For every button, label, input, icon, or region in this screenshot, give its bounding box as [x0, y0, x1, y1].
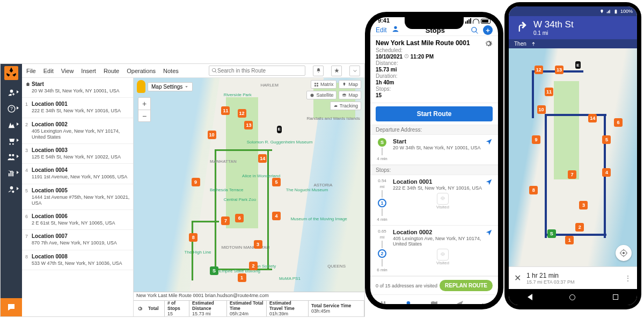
tab-more[interactable]: More [472, 295, 498, 304]
svg-point-7 [623, 252, 625, 254]
map-pin[interactable]: 12 [535, 66, 543, 74]
eta-detail: 15.7 mi ETA 03:37 PM [526, 279, 574, 285]
list-item[interactable]: 0.65mi26 min Location 0002405 Lexington … [370, 226, 498, 276]
matrix-button[interactable]: Matrix [311, 80, 337, 89]
map-pin[interactable]: 14 [258, 154, 267, 163]
notifications-icon[interactable] [313, 66, 324, 76]
zoom-in-button[interactable]: + [138, 98, 150, 110]
iphone-device: 9:41 Edit Stops + New York Last Mile Rou… [365, 12, 503, 309]
start-route-button[interactable]: Start Route [376, 106, 493, 121]
my-location-button[interactable] [616, 245, 632, 261]
tab-navigation[interactable]: Navigation [447, 295, 473, 304]
menu-route[interactable]: Route [104, 68, 119, 74]
map-pin[interactable]: 11 [221, 106, 230, 115]
map-pin[interactable]: 5 [272, 178, 281, 186]
replan-route-button[interactable]: REPLAN ROUTE [440, 280, 493, 291]
map-pin[interactable]: 8 [529, 186, 538, 194]
map-pin[interactable]: 12 [238, 109, 246, 118]
stop-list[interactable]: Start20 W 34th St, New York, NY 10001, U… [22, 78, 134, 316]
sidebar-team-icon[interactable] [3, 149, 20, 165]
sidebar-add-user-icon[interactable] [3, 84, 20, 100]
route-settings-icon[interactable] [484, 39, 493, 50]
map[interactable]: HARLEM MANHATTAN MIDTOWN MANHATTAN ASTOR… [134, 78, 364, 316]
menu-notes[interactable]: Notes [163, 68, 179, 74]
search-field[interactable] [217, 68, 298, 74]
map-pin[interactable]: 9 [532, 135, 540, 144]
map-pin[interactable]: 3 [254, 240, 262, 249]
map-pin[interactable]: 7 [221, 216, 230, 225]
satellite-button[interactable]: Satellite [306, 91, 336, 99]
edit-button[interactable]: Edit [376, 26, 387, 34]
battery-icon [481, 19, 491, 24]
map-pin[interactable]: 8 [189, 233, 197, 242]
map-pin[interactable]: 9 [192, 178, 200, 186]
map-pin[interactable]: 5 [602, 135, 611, 144]
more-button[interactable]: ⋮ [624, 274, 632, 283]
close-button[interactable]: ✕ [514, 273, 521, 283]
map-pin[interactable]: 4 [272, 212, 281, 220]
search-input[interactable] [209, 66, 305, 76]
back-button[interactable] [528, 294, 532, 300]
navigate-icon[interactable] [485, 138, 493, 148]
zoom-out-button[interactable]: − [138, 110, 150, 121]
list-item[interactable]: 0.54mi14 min Location 0001222 E 34th St,… [370, 175, 498, 226]
map-pin[interactable]: 11 [545, 88, 553, 96]
sidebar-routes-icon[interactable] [3, 117, 20, 133]
map-pin[interactable]: 10 [208, 131, 216, 139]
map-pin[interactable]: 13 [244, 121, 253, 129]
map-pin[interactable]: 7 [568, 170, 576, 179]
departure-section: Departure Address: [370, 125, 498, 135]
menu-view[interactable]: View [61, 68, 74, 74]
map-settings-button[interactable]: Map Settings [148, 82, 193, 91]
map-layer-button[interactable]: Map [339, 91, 361, 99]
sidebar-help-icon[interactable]: ? [3, 100, 20, 117]
menu-edit[interactable]: Edit [43, 68, 54, 74]
visit-progress: 0 of 15 addresses are visited [376, 283, 437, 288]
street-view-icon[interactable] [137, 80, 145, 93]
map-pin[interactable]: 13 [555, 66, 564, 74]
list-item[interactable]: S4 min Start20 W 34th St, New York, NY 1… [370, 135, 498, 165]
notch [405, 17, 464, 29]
map-pin-end[interactable]: E [575, 61, 580, 69]
map-pin[interactable]: 1 [565, 236, 574, 244]
navigate-icon[interactable] [485, 229, 493, 239]
map-pin-start[interactable]: S [547, 229, 556, 238]
sidebar-user-settings-icon[interactable] [3, 181, 20, 197]
tab-routes[interactable]: Routes [370, 295, 396, 304]
map-pin[interactable]: 6 [614, 118, 623, 127]
map-pin[interactable]: 6 [235, 214, 244, 222]
menu-operations[interactable]: Operations [127, 68, 156, 74]
tab-map[interactable]: Map [421, 295, 447, 304]
map-pin-start[interactable]: S [210, 266, 218, 275]
star-icon[interactable] [331, 66, 342, 76]
fingerprint-icon[interactable] [437, 193, 449, 205]
sidebar: ? [1, 64, 22, 316]
search-icon[interactable] [471, 26, 479, 34]
map[interactable]: S 1 2 3 4 5 6 7 8 9 10 11 12 13 14 E [509, 48, 637, 266]
tracking-button[interactable]: Tracking [330, 102, 361, 110]
map-pin[interactable]: 1 [238, 273, 246, 282]
map-pin[interactable]: 2 [575, 223, 584, 232]
map-view-button[interactable]: Map [339, 80, 361, 89]
driver-icon[interactable] [391, 25, 400, 35]
expand-icon[interactable] [349, 66, 360, 76]
sidebar-chat-icon[interactable] [1, 298, 22, 316]
menu-file[interactable]: File [26, 68, 36, 74]
fingerprint-icon[interactable] [437, 249, 449, 261]
eta-time: 1 hr 21 min [526, 272, 574, 279]
navigate-icon[interactable] [485, 178, 493, 188]
map-pin[interactable]: 4 [602, 168, 611, 177]
map-pin[interactable]: 2 [249, 262, 258, 270]
home-button[interactable] [569, 294, 575, 300]
tab-stops[interactable]: Stops [396, 295, 422, 304]
sidebar-analytics-icon[interactable] [3, 165, 20, 181]
add-button[interactable]: + [483, 25, 493, 35]
recent-button[interactable] [613, 294, 618, 300]
map-pin[interactable]: 3 [579, 201, 588, 210]
map-pin[interactable]: 10 [537, 105, 546, 114]
map-pin[interactable]: 14 [588, 114, 597, 122]
sidebar-cart-icon[interactable] [3, 133, 20, 149]
summary-settings-icon[interactable] [134, 301, 145, 316]
map-pin-end[interactable]: E [277, 126, 282, 133]
menu-insert[interactable]: Insert [81, 68, 96, 74]
